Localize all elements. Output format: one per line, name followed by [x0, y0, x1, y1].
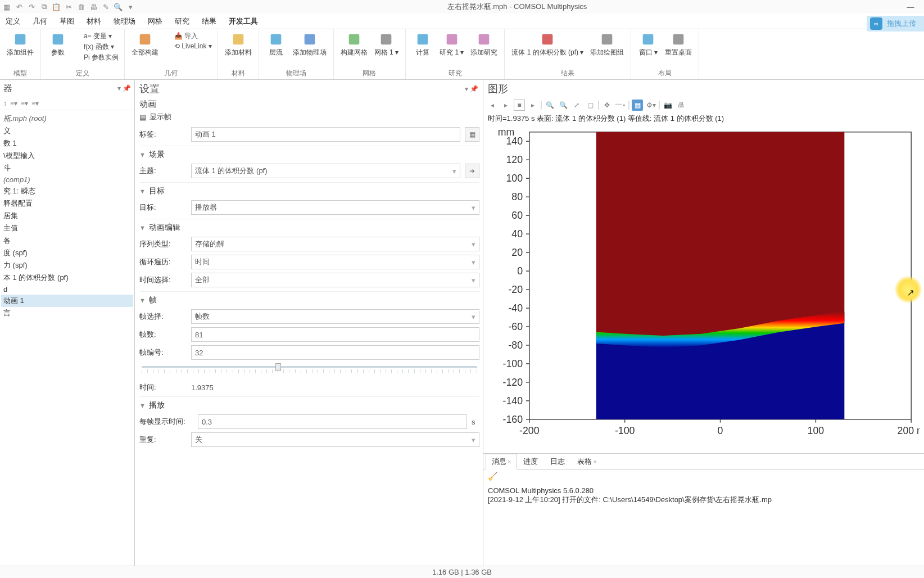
tab-material[interactable]: 材料 — [85, 14, 102, 29]
frameno-input[interactable] — [191, 345, 479, 360]
tab-results[interactable]: 结果 — [201, 14, 218, 29]
zoom-in-icon[interactable]: 🔍 — [544, 100, 555, 111]
tree-tool-icon[interactable]: ≡▾ — [31, 100, 39, 107]
seqtype-select[interactable]: 存储的解▾ — [191, 237, 479, 251]
ribbon-button[interactable]: 添加绘图组 — [587, 30, 627, 57]
ribbon-button[interactable]: 添加材料 — [221, 30, 255, 57]
tab-study[interactable]: 研究 — [174, 14, 191, 29]
wand-icon[interactable]: ✎ — [101, 2, 110, 11]
tree-node[interactable]: 斗 — [1, 162, 133, 174]
play-fwd-icon[interactable]: ▸ — [527, 100, 538, 111]
tab-devtools[interactable]: 开发工具 — [228, 14, 259, 29]
paste-icon[interactable]: 📋 — [52, 2, 61, 11]
nframes-input[interactable] — [191, 327, 479, 342]
section-frame[interactable]: ▼帧 — [139, 291, 479, 308]
close-icon[interactable]: × — [508, 458, 511, 465]
play-back-icon[interactable]: ◂ — [487, 100, 498, 111]
measure-icon[interactable]: 〰▾ — [615, 100, 626, 111]
section-target[interactable]: ▼目标 — [139, 182, 479, 198]
ribbon-button[interactable]: 添加研究 — [467, 30, 501, 57]
print-icon[interactable]: 🖶 — [89, 2, 98, 11]
log-tab-progress[interactable]: 进度 — [517, 454, 544, 469]
tag-action-button[interactable]: ▦ — [465, 127, 479, 142]
ribbon-button[interactable]: 添加组件 — [3, 30, 37, 57]
print-icon[interactable]: 🖶 — [676, 100, 687, 111]
tree-node[interactable]: 动画 1 — [1, 295, 133, 307]
show-frame-button[interactable]: 显示帧 — [150, 112, 171, 122]
tree-node[interactable]: 主值 — [1, 222, 133, 234]
ribbon-mini-item[interactable]: Pi 参数实例 — [74, 53, 119, 62]
tree-node[interactable]: 居集 — [1, 210, 133, 222]
loop-select[interactable]: 时间▾ — [191, 255, 479, 269]
ribbon-button[interactable]: 流体 1 的体积分数 (pf) ▾ — [508, 30, 587, 57]
target-select[interactable]: 播放器▾ — [191, 200, 479, 215]
tree-node[interactable]: 数 1 — [1, 137, 133, 150]
ribbon-button[interactable]: 全部构建 — [128, 30, 162, 57]
tree-node[interactable]: 瓶.mph (root) — [1, 112, 133, 125]
zoom-reset-icon[interactable]: ⤢ — [571, 100, 582, 111]
frame-slider[interactable] — [139, 363, 479, 380]
disptime-input[interactable] — [198, 414, 467, 429]
ribbon-button[interactable]: 构建网格 — [337, 30, 371, 57]
delete-icon[interactable]: 🗑 — [76, 2, 85, 11]
ribbon-mini-item[interactable]: ⟲ LiveLink ▾ — [164, 42, 212, 50]
save-icon[interactable]: ▦ — [2, 2, 11, 11]
ribbon-button[interactable]: 网格 1 ▾ — [371, 30, 402, 57]
redo-icon[interactable]: ↷ — [27, 2, 36, 11]
ribbon-button[interactable]: 窗口 ▾ — [635, 30, 662, 57]
subject-select[interactable]: 流体 1 的体积分数 (pf)▾ — [191, 164, 460, 178]
tree-node[interactable]: 究 1: 瞬态 — [1, 185, 133, 197]
tab-sketch[interactable]: 草图 — [58, 14, 75, 29]
section-play[interactable]: ▼播放 — [139, 396, 479, 413]
zoom-box-icon[interactable]: ▢ — [585, 100, 596, 111]
tree-tool-icon[interactable]: ≡▾ — [10, 100, 17, 107]
undo-icon[interactable]: ↶ — [15, 2, 24, 11]
tag-input[interactable] — [191, 127, 460, 142]
view-mode-icon[interactable]: ▦ — [632, 100, 643, 111]
log-clear-icon[interactable]: 🧹 — [483, 469, 924, 483]
ribbon-mini-item[interactable]: f(x) 函数 ▾ — [74, 42, 119, 52]
more-icon[interactable]: ▾ — [126, 2, 135, 11]
repeat-select[interactable]: 关▾ — [191, 432, 479, 447]
log-tab-messages[interactable]: 消息× — [486, 454, 517, 469]
section-anim-edit[interactable]: ▼动画编辑 — [139, 219, 479, 235]
log-tab-log[interactable]: 日志 — [544, 454, 571, 469]
snapshot-icon[interactable]: 📷 — [662, 100, 673, 111]
stop-icon[interactable]: ■ — [514, 100, 525, 111]
ribbon-button[interactable]: 层流 — [262, 30, 289, 57]
select-icon[interactable]: ✥ — [601, 100, 613, 111]
ribbon-mini-item[interactable]: 📥 导入 — [164, 31, 212, 41]
tree-node[interactable]: 本 1 的体积分数 (pf) — [1, 272, 133, 284]
tree-node[interactable]: 言 — [1, 307, 133, 319]
show-frame-icon[interactable]: ▤ — [139, 113, 146, 121]
minimize-button[interactable]: — — [899, 3, 922, 11]
cut-icon[interactable]: ✂ — [64, 2, 73, 11]
tree-node[interactable]: \模型输入 — [1, 150, 133, 162]
tree-node[interactable]: d — [1, 284, 133, 295]
model-tree[interactable]: 瓶.mph (root)义数 1\模型输入斗(comp1)究 1: 瞬态释器配置… — [0, 110, 134, 566]
log-tab-tables[interactable]: 表格× — [571, 454, 603, 469]
plot-area[interactable]: mm140120100806040200-20-40-60-80-100-120… — [483, 125, 924, 453]
tree-node[interactable]: 释器配置 — [1, 197, 133, 210]
panel-pin-icon[interactable]: ▾ 📌 — [117, 84, 131, 92]
tree-node[interactable]: (comp1) — [1, 174, 133, 185]
copy-icon[interactable]: ⧉ — [39, 2, 48, 11]
upload-badge[interactable]: ∞ 拖拽上传 — [867, 16, 924, 31]
ribbon-button[interactable]: 添加物理场 — [289, 30, 330, 57]
zoom-out-icon[interactable]: 🔍 — [558, 100, 569, 111]
tree-node[interactable]: 各 — [1, 234, 133, 247]
ribbon-button[interactable]: 研究 1 ▾ — [436, 30, 467, 57]
tab-define[interactable]: 定义 — [4, 14, 21, 29]
ribbon-button[interactable]: 重置桌面 — [662, 30, 695, 57]
section-scene[interactable]: ▼场景 — [139, 146, 479, 162]
subject-goto-button[interactable]: ➜ — [465, 164, 479, 178]
panel-pin-icon[interactable]: ▾ 📌 — [465, 85, 478, 93]
tab-physics[interactable]: 物理场 — [112, 14, 137, 29]
tree-tool-icon[interactable]: ≡▾ — [21, 100, 28, 107]
tree-node[interactable]: 义 — [1, 125, 133, 137]
tab-mesh[interactable]: 网格 — [147, 14, 164, 29]
scene-icon[interactable]: ⚙▾ — [645, 100, 656, 111]
framesel-select[interactable]: 帧数▾ — [191, 309, 479, 324]
tab-geometry[interactable]: 几何 — [31, 14, 48, 29]
search-icon[interactable]: 🔍 — [114, 2, 123, 11]
